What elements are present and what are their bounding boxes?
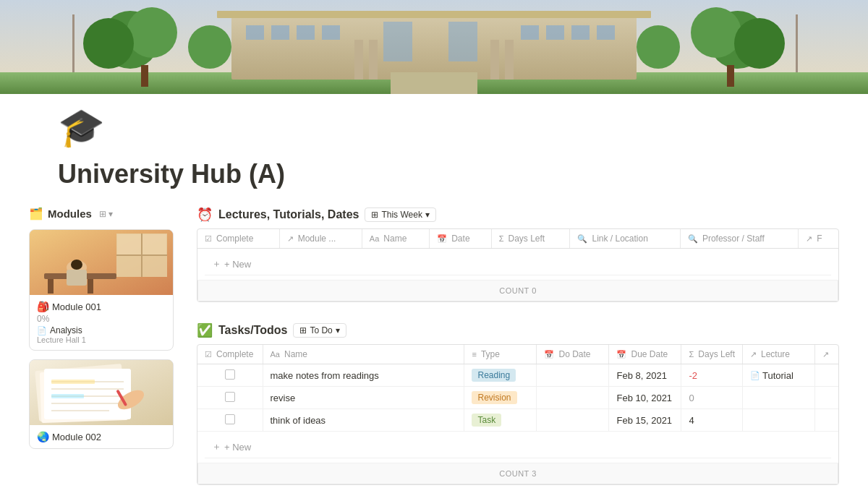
tasks-table: ☑Complete AaName ≡Type 📅Do Date xyxy=(197,345,838,463)
task-daysleft-1: 0 xyxy=(681,387,743,409)
sigma-icon: Σ xyxy=(499,234,504,243)
module-2-card[interactable]: 🌏 Module 002 xyxy=(29,359,174,449)
aa-icon: Aa xyxy=(271,350,280,359)
svg-point-23 xyxy=(691,7,741,58)
lectures-col-prof: 🔍Professor / Staff xyxy=(680,229,798,249)
task-checkbox-2[interactable] xyxy=(225,414,235,424)
lectures-col-days: ΣDays Left xyxy=(491,229,570,249)
link-icon: 🔍 xyxy=(577,234,587,244)
lectures-count: COUNT 0 xyxy=(197,281,838,301)
page-title: University Hub (A) xyxy=(58,159,810,189)
svg-rect-2 xyxy=(231,14,637,80)
lectures-section: ⏰ Lectures, Tutorials, Dates ⊞ This Week… xyxy=(197,207,839,302)
module-1-card[interactable]: 🎒 Module 001 0% 📄 Analysis Lecture Hall … xyxy=(29,229,174,351)
tasks-filter-chevron: ▾ xyxy=(336,325,340,335)
svg-point-26 xyxy=(188,25,231,69)
check-icon2: ☑ xyxy=(205,350,212,359)
left-sidebar: 🗂️ Modules ⊞ ▾ xyxy=(29,207,174,488)
lectures-filter-icon: ⊞ xyxy=(371,210,378,220)
banner-illustration xyxy=(0,0,868,94)
svg-rect-6 xyxy=(322,25,340,40)
tasks-col-lecture: ↗Lecture xyxy=(743,345,815,364)
task-type-1: Revision xyxy=(464,387,537,409)
task-check-0[interactable] xyxy=(197,364,263,387)
tasks-count: COUNT 3 xyxy=(197,463,838,484)
task-check-1[interactable] xyxy=(197,387,263,409)
ext-icon: ↗ xyxy=(806,234,812,244)
tasks-col-name: AaName xyxy=(263,345,464,364)
lectures-filter-label: This Week xyxy=(381,210,422,220)
tasks-table-wrapper: ☑Complete AaName ≡Type 📅Do Date xyxy=(197,344,839,485)
modules-icon: 🗂️ xyxy=(29,207,43,221)
lectures-col-module: ↗Module ... xyxy=(279,229,362,249)
svg-rect-11 xyxy=(571,25,590,40)
svg-rect-3 xyxy=(246,25,264,40)
lectures-new-btn[interactable]: ＋ + New xyxy=(205,253,831,275)
extra-icon: ↗ xyxy=(822,350,829,359)
sigma-icon2: Σ xyxy=(689,350,694,359)
modules-view-btn[interactable]: ⊞ ▾ xyxy=(96,207,116,221)
task-extra-0 xyxy=(815,364,839,387)
tasks-filter-label: To Do xyxy=(310,325,332,335)
task-lecture-link-0[interactable]: 📄Tutorial xyxy=(750,370,807,381)
task-checkbox-0[interactable] xyxy=(225,369,235,380)
tasks-filter-icon: ⊞ xyxy=(299,325,307,335)
grad-cap-icon: 🎓 xyxy=(58,108,105,146)
svg-rect-36 xyxy=(142,234,166,254)
lectures-header: ⏰ Lectures, Tutorials, Dates ⊞ This Week… xyxy=(197,207,839,223)
tasks-col-complete: ☑Complete xyxy=(197,345,263,364)
task-type-2: Task xyxy=(464,409,537,432)
svg-rect-25 xyxy=(727,65,734,87)
text-icon: Aa xyxy=(370,234,379,243)
svg-rect-10 xyxy=(546,25,564,40)
lectures-table: ☑Complete ↗Module ... AaName 📅Date xyxy=(197,229,838,281)
svg-point-24 xyxy=(734,18,785,69)
task-days-val-2: 4 xyxy=(689,415,694,426)
task-row-1[interactable]: revise Revision Feb 10, 2021 0 xyxy=(197,387,838,409)
svg-rect-4 xyxy=(271,25,289,40)
module-1-progress: 0% xyxy=(37,314,166,324)
svg-rect-5 xyxy=(297,25,315,40)
lectures-filter-btn[interactable]: ⊞ This Week ▾ xyxy=(365,207,435,222)
prof-icon: 🔍 xyxy=(688,234,698,244)
plus-icon: ＋ xyxy=(212,257,221,270)
svg-rect-16 xyxy=(505,40,514,80)
svg-rect-9 xyxy=(521,25,539,40)
tasks-col-daysleft: ΣDays Left xyxy=(681,345,743,364)
task-name-0: make notes from readings xyxy=(263,364,464,387)
tasks-col-duedate: 📅Due Date xyxy=(609,345,681,364)
task-row-0[interactable]: make notes from readings Reading Feb 8, … xyxy=(197,364,838,387)
svg-rect-29 xyxy=(72,14,75,72)
module-1-info: 🎒 Module 001 0% 📄 Analysis Lecture Hall … xyxy=(30,295,173,350)
grad-cap-wrapper: 🎓 xyxy=(0,94,868,153)
check-icon: ☑ xyxy=(205,234,212,244)
cal-icon: 📅 xyxy=(437,234,447,244)
svg-rect-54 xyxy=(51,380,95,384)
tasks-col-dodate: 📅Do Date xyxy=(537,345,609,364)
task-duedate-2: Feb 15, 2021 xyxy=(609,409,681,432)
svg-point-42 xyxy=(71,260,82,270)
task-lecture-2 xyxy=(743,409,815,432)
do-cal-icon: 📅 xyxy=(544,350,554,359)
module-2-info: 🌏 Module 002 xyxy=(30,425,173,448)
module-2-image xyxy=(30,360,173,425)
task-lecture-0: 📄Tutorial xyxy=(743,364,815,387)
svg-rect-7 xyxy=(383,22,412,61)
tasks-header: ✅ Tasks/Todos ⊞ To Do ▾ xyxy=(197,322,839,338)
svg-point-19 xyxy=(127,7,177,58)
svg-rect-21 xyxy=(141,65,148,87)
svg-point-20 xyxy=(83,18,134,69)
lectures-new-row[interactable]: ＋ + New xyxy=(197,249,838,281)
arr-icon: ↗ xyxy=(750,350,757,359)
svg-rect-35 xyxy=(117,234,141,254)
task-checkbox-1[interactable] xyxy=(225,392,235,402)
tasks-filter-btn[interactable]: ⊞ To Do ▾ xyxy=(293,323,346,338)
lectures-filter-chevron: ▾ xyxy=(425,210,430,220)
due-cal-icon: 📅 xyxy=(616,350,626,359)
svg-rect-55 xyxy=(51,394,84,398)
tasks-new-btn[interactable]: ＋+ New xyxy=(205,436,831,458)
tasks-new-row[interactable]: ＋+ New xyxy=(197,432,838,463)
task-daysleft-0: -2 xyxy=(681,364,743,387)
task-check-2[interactable] xyxy=(197,409,263,432)
task-row-2[interactable]: think of ideas Task Feb 15, 2021 4 xyxy=(197,409,838,432)
